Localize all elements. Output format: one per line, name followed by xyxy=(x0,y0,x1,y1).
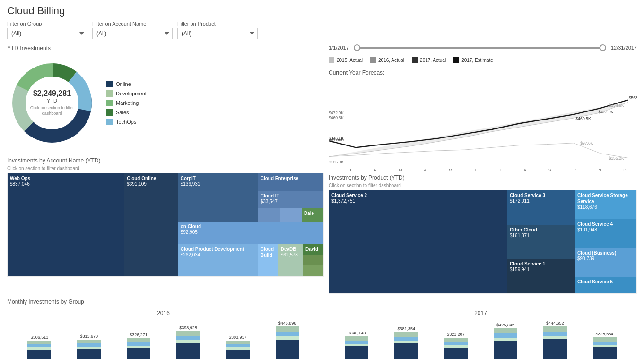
monthly-title: Monthly Investments by Group xyxy=(7,299,637,305)
treemap-cell-sm3[interactable] xyxy=(303,255,323,266)
legend-color-techops xyxy=(106,119,113,125)
legend-label-techops: TechOps xyxy=(116,119,136,125)
bar-seg-mkt-o xyxy=(176,331,200,336)
legend-sq-2017-actual xyxy=(412,57,418,63)
treemap-cell-corpit[interactable]: CorpIT $136,931 xyxy=(178,173,258,222)
bar-a-2016[interactable] xyxy=(77,340,101,359)
filter-account-select[interactable]: (All) xyxy=(92,28,173,39)
investments-account-treemap[interactable]: Web Ops $837,046 Cloud Online $391,109 xyxy=(7,173,324,277)
bar-m2-2017[interactable] xyxy=(543,326,567,359)
bar-seg2-on-a xyxy=(494,341,517,359)
bar-f-2017[interactable] xyxy=(394,332,418,359)
treemap-cell-csstg[interactable]: Cloud Service Storage Service $118,676 xyxy=(575,190,636,219)
treemap-cell-sm4[interactable] xyxy=(303,265,323,276)
bar-group-j-2016: $306,513 J xyxy=(17,335,62,359)
bar-label-a-2017: $425,342 xyxy=(496,323,514,327)
page-title: Cloud Billing xyxy=(7,5,637,17)
investments-product-title: Investments by Product (YTD) xyxy=(329,174,637,181)
donut-center: $2,249,281 YTD Click on section to filte… xyxy=(26,89,78,116)
bar-seg-on-a xyxy=(77,349,101,359)
r-label-334: $334.6K xyxy=(609,103,624,108)
bar-seg2-tp-a xyxy=(494,333,517,338)
legend-item-marketing[interactable]: Marketing xyxy=(106,100,147,106)
treemap-cell-oncloud[interactable]: on Cloud $92,905 xyxy=(178,222,323,244)
bar-o-2016[interactable] xyxy=(176,331,200,359)
year-2017: 2017 xyxy=(324,310,637,316)
bar-seg2-on-f xyxy=(394,343,418,359)
bar-seg2-tp-f xyxy=(394,337,418,341)
bar-chart-2016: 2016 $306,513 J xyxy=(7,310,320,359)
treemap-cell-cloudprod[interactable]: Cloud Product Development $262,034 xyxy=(178,244,258,276)
product-treemap[interactable]: Cloud Service 2 $1,372,751 Cloud Service… xyxy=(329,190,637,294)
legend-label-2016: 2016, Actual xyxy=(378,58,404,63)
treemap-cell-cs5[interactable]: Cloud Service 5 xyxy=(575,277,636,293)
ytd-content: $2,249,281 YTD Click on section to filte… xyxy=(7,53,324,153)
slider-row: 1/1/2017 12/31/2017 xyxy=(329,45,637,51)
bar-seg2-mkt-m2 xyxy=(543,326,567,332)
treemap-cell-cloudenterprise[interactable]: Cloud Enterprise xyxy=(258,173,323,191)
treemap-cell-othercloud[interactable]: Other Cloud $161,871 xyxy=(507,225,575,259)
legend-item-sales[interactable]: Sales xyxy=(106,109,147,116)
treemap-cell-small2[interactable] xyxy=(280,208,302,222)
filter-product-select[interactable]: (All) xyxy=(177,28,258,39)
slider-section: 1/1/2017 12/31/2017 xyxy=(329,45,637,51)
bar-seg2-mkt-j xyxy=(345,336,368,341)
r-label-460: $460.5K xyxy=(576,116,591,121)
treemap-cell-cs1[interactable]: Cloud Service 1 $159,941 xyxy=(507,259,575,293)
treemap-cell-cloudonline[interactable]: Cloud Online $391,109 xyxy=(124,173,178,276)
bar-a-2017[interactable] xyxy=(494,328,517,359)
treemap-cell-devdb[interactable]: DevDB $61,578 xyxy=(278,244,303,276)
slider-thumb-left[interactable] xyxy=(354,44,360,51)
treemap-cell-cs3[interactable]: Cloud Service 3 $172,011 xyxy=(507,190,575,225)
treemap-cell-cs4[interactable]: Cloud Service 4 $101,948 xyxy=(575,219,636,248)
legend-item-techops[interactable]: TechOps xyxy=(106,119,147,125)
legend-label-development: Development xyxy=(116,91,147,96)
x-n: N xyxy=(599,168,601,172)
bar-j2-2017[interactable] xyxy=(593,337,617,359)
bar-seg-on-d xyxy=(276,340,299,359)
bar-s-2016[interactable] xyxy=(127,338,150,359)
slider-track[interactable] xyxy=(354,47,606,49)
bar-label-j-2016: $306,513 xyxy=(31,335,49,340)
bar-seg-tp-a xyxy=(77,343,101,347)
donut-hint: Click on section to filter dashboard xyxy=(26,105,78,116)
chart-legend: 2015, Actual 2016, Actual 2017, Actual 2… xyxy=(329,57,637,63)
filter-group-account: Filter on Account Name (All) xyxy=(92,21,173,39)
bar-seg2-tp-j2 xyxy=(593,342,617,345)
slider-thumb-right[interactable] xyxy=(600,44,606,51)
legend-label-marketing: Marketing xyxy=(116,100,139,106)
bar-group-m2-2017: $444,652 M xyxy=(532,321,578,359)
bar-group-n-2016: $303,937 N xyxy=(215,335,261,359)
bar-j-2017[interactable] xyxy=(345,336,368,359)
bar-seg-sl-d xyxy=(276,336,299,340)
treemap-cell-small1[interactable] xyxy=(258,208,280,222)
bar-d-2016[interactable] xyxy=(276,326,299,359)
treemap-cell-dale[interactable]: Dale xyxy=(302,208,323,222)
treemap-cell-cloudit[interactable]: Cloud IT $33,547 xyxy=(258,191,323,208)
bar-seg-mkt-d xyxy=(276,326,299,332)
legend-item-online[interactable]: Online xyxy=(106,81,147,87)
slider-date-start: 1/1/2017 xyxy=(329,45,349,51)
treemap-cell-webops[interactable]: Web Ops $837,046 xyxy=(8,173,124,276)
donut-label: YTD xyxy=(26,98,78,103)
treemap-cell-cs2[interactable]: Cloud Service 2 $1,372,751 xyxy=(329,190,507,293)
donut-chart[interactable]: $2,249,281 YTD Click on section to filte… xyxy=(7,58,97,148)
x-j3: J xyxy=(499,168,501,172)
legend-item-development[interactable]: Development xyxy=(106,90,147,97)
filter-group-select[interactable]: (All)OnlineDevelopmentMarketingSalesTech… xyxy=(7,28,87,39)
forecast-svg: $125.9K $346.1K $460.5K $472.9K $563.6K … xyxy=(329,85,637,174)
bar-m-2017[interactable] xyxy=(444,338,468,359)
treemap-cell-david[interactable]: David xyxy=(303,244,323,255)
treemap-cell-cloudbiz[interactable]: Cloud (Business) $90,739 xyxy=(575,248,636,277)
bar-seg2-on-j2 xyxy=(593,347,617,359)
bottom-grid: 2016 $306,513 J xyxy=(7,310,637,359)
bar-label-o-2016: $398,928 xyxy=(179,325,197,330)
bar-group-s-2016: $326,271 S xyxy=(116,333,162,359)
bar-j-2016[interactable] xyxy=(27,341,51,359)
bar-n-2016[interactable] xyxy=(226,341,250,359)
bar-seg-tp-o xyxy=(176,336,200,340)
bar-seg2-mkt-a xyxy=(494,328,517,333)
treemap-cell-cloudbuild[interactable]: Cloud Build xyxy=(258,244,278,276)
investments-account-subtitle: Click on section to filter dashboard xyxy=(7,166,324,171)
r-label-346: $346.1K xyxy=(329,136,344,141)
